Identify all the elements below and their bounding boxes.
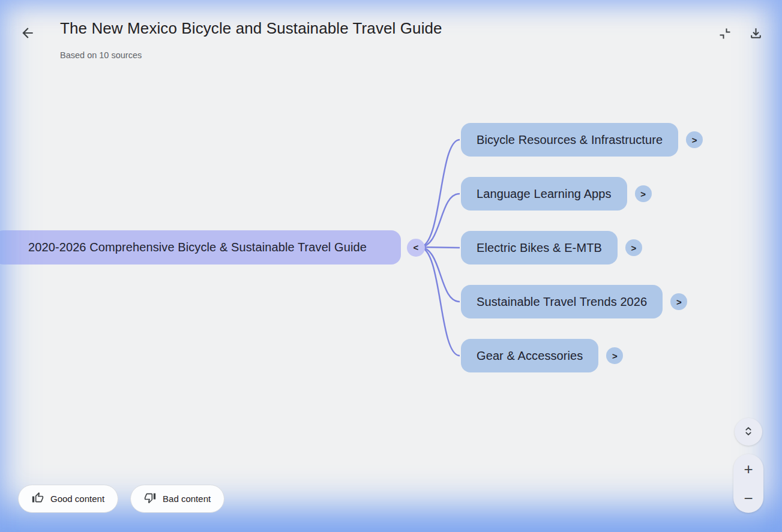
zoom-out-button[interactable]: − (733, 483, 763, 513)
page-title: The New Mexico Bicycle and Sustainable T… (60, 19, 442, 38)
expand-node-button[interactable]: > (670, 293, 687, 310)
link-curve (420, 247, 460, 248)
mindmap-child-node[interactable]: Sustainable Travel Trends 2026 (461, 285, 663, 318)
expand-node-button[interactable]: > (606, 347, 623, 364)
mindmap-canvas[interactable]: 2020-2026 Comprehensive Bicycle & Sustai… (0, 0, 782, 532)
back-button[interactable] (18, 24, 37, 43)
good-content-label: Good content (50, 494, 104, 504)
download-button[interactable] (747, 25, 765, 43)
sources-subtitle: Based on 10 sources (60, 50, 142, 60)
download-icon (748, 26, 763, 43)
root-node-row: 2020-2026 Comprehensive Bicycle & Sustai… (0, 230, 425, 265)
child-node-label: Language Learning Apps (477, 187, 612, 201)
unfold-more-icon (742, 425, 755, 440)
collapse-content-icon (718, 26, 732, 43)
child-node-row: Gear & Accessories> (461, 339, 623, 372)
fit-to-view-button[interactable] (735, 418, 762, 446)
zoom-in-button[interactable]: + (733, 454, 763, 483)
header: The New Mexico Bicycle and Sustainable T… (0, 0, 782, 69)
collapse-node-button[interactable]: < (407, 239, 425, 257)
collapse-view-button[interactable] (716, 25, 734, 43)
child-node-row: Electric Bikes & E-MTB> (461, 231, 642, 265)
child-node-row: Language Learning Apps> (461, 177, 652, 211)
mindmap-child-node[interactable]: Language Learning Apps (461, 177, 627, 211)
root-node-label: 2020-2026 Comprehensive Bicycle & Sustai… (28, 241, 367, 254)
link-curve (420, 140, 460, 247)
mindmap-child-node[interactable]: Gear & Accessories (461, 339, 598, 372)
link-curve (420, 247, 460, 302)
back-arrow-icon (20, 25, 35, 43)
child-node-label: Electric Bikes & E-MTB (477, 241, 602, 255)
mindmap-view: 2020-2026 Comprehensive Bicycle & Sustai… (0, 0, 782, 532)
bad-content-label: Bad content (163, 494, 211, 504)
mindmap-child-node[interactable]: Bicycle Resources & Infrastructure (461, 123, 678, 157)
child-node-row: Bicycle Resources & Infrastructure> (461, 123, 703, 157)
mindmap-root-node[interactable]: 2020-2026 Comprehensive Bicycle & Sustai… (0, 230, 401, 265)
link-curve (420, 194, 460, 247)
child-node-label: Gear & Accessories (477, 349, 583, 363)
child-node-label: Bicycle Resources & Infrastructure (477, 133, 663, 147)
expand-node-button[interactable]: > (635, 185, 652, 202)
good-content-button[interactable]: Good content (18, 485, 118, 513)
child-node-row: Sustainable Travel Trends 2026> (461, 285, 687, 318)
child-node-label: Sustainable Travel Trends 2026 (477, 295, 647, 309)
mindmap-links (0, 0, 782, 532)
link-curve (420, 247, 460, 356)
expand-node-button[interactable]: > (625, 239, 642, 256)
feedback-bar: Good content Bad content (18, 485, 224, 513)
mindmap-child-node[interactable]: Electric Bikes & E-MTB (461, 231, 618, 265)
bad-content-button[interactable]: Bad content (130, 485, 224, 513)
expand-node-button[interactable]: > (686, 131, 703, 148)
thumb-up-icon (32, 492, 44, 506)
zoom-controls: + − (733, 454, 763, 513)
thumb-down-icon (144, 492, 156, 506)
